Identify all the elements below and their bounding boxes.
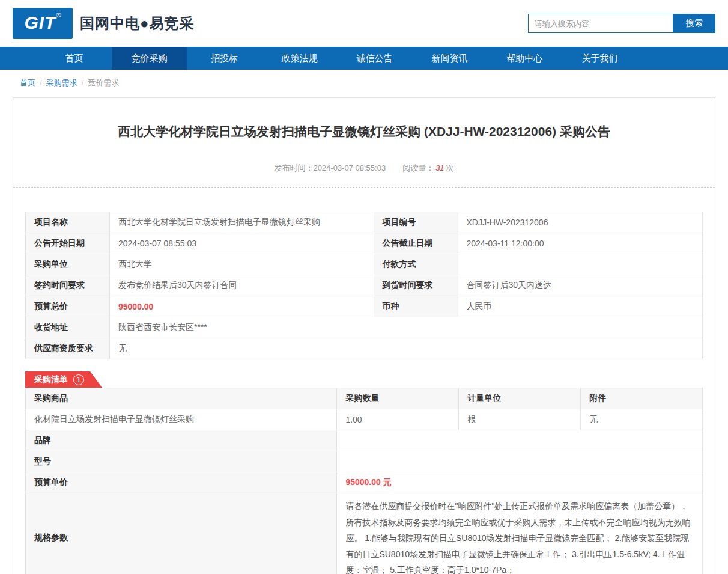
col-header-attachment: 附件	[581, 388, 703, 409]
info-label: 项目编号	[374, 212, 458, 233]
nav-item-news[interactable]: 新闻资讯	[412, 47, 487, 70]
budget-unit-price: 95000.00 元	[337, 472, 703, 493]
info-value: 合同签订后30天内送达	[458, 275, 702, 296]
nav-item-about[interactable]: 关于我们	[562, 47, 637, 70]
notice-meta: 发布时间：2024-03-07 08:55:03阅读量：31次	[25, 163, 703, 174]
detail-value	[337, 430, 703, 451]
info-value: 发布竞价结果后30天内签订合同	[110, 275, 374, 296]
table-row: 型号	[26, 451, 703, 472]
col-header-unit: 计量单位	[459, 388, 581, 409]
nav-item-bidding-purchase[interactable]: 竞价采购	[112, 47, 187, 70]
search-bar: 搜索	[528, 14, 715, 33]
info-label: 收货地址	[26, 317, 110, 338]
notice-card: 西北大学化材学院日立场发射扫描电子显微镜灯丝采购 (XDJJ-HW-202312…	[13, 97, 715, 574]
site-logo[interactable]: GIT ®	[13, 8, 73, 39]
views-label: 阅读量：	[402, 163, 434, 173]
detail-label: 品牌	[26, 430, 337, 451]
info-label: 币种	[374, 296, 458, 317]
info-value: 2024-03-07 08:55:03	[110, 233, 374, 254]
detail-label: 预算单价	[26, 472, 337, 493]
info-label: 采购单位	[26, 254, 110, 275]
table-row: 品牌	[26, 430, 703, 451]
brand-title: 国网中电●易竞采	[80, 14, 195, 33]
purchase-list-tab[interactable]: 采购清单 1	[25, 371, 102, 388]
top-header: GIT ® 国网中电●易竞采 搜索	[0, 0, 728, 47]
table-row: 供应商资质要求 无	[26, 338, 703, 359]
product-name: 化材院日立场发射扫描电子显微镜灯丝采购	[26, 409, 337, 430]
views-unit: 次	[446, 163, 454, 173]
info-value: 西北大学化材学院日立场发射扫描电子显微镜灯丝采购	[110, 212, 374, 233]
info-label: 项目名称	[26, 212, 110, 233]
info-label: 公告开始日期	[26, 233, 110, 254]
table-row: 项目名称 西北大学化材学院日立场发射扫描电子显微镜灯丝采购 项目编号 XDJJ-…	[26, 212, 703, 233]
info-value: 陕西省西安市长安区****	[110, 317, 703, 338]
dashed-divider	[13, 187, 715, 188]
product-unit: 根	[459, 409, 581, 430]
table-row: 公告开始日期 2024-03-07 08:55:03 公告截止日期 2024-0…	[26, 233, 703, 254]
main-nav: 首页 竞价采购 招投标 政策法规 诚信公告 新闻资讯 帮助中心 关于我们	[0, 47, 728, 70]
detail-value	[337, 451, 703, 472]
table-row: 规格参数 请各潜在供应商提交报价时在"响应附件"处上传正式报价单及需求响应偏离表…	[26, 493, 703, 574]
table-header-row: 采购商品 采购数量 计量单位 附件	[26, 388, 703, 409]
search-button[interactable]: 搜索	[673, 14, 715, 33]
info-value: XDJJ-HW-202312006	[458, 212, 702, 233]
budget-total-value: 95000.00	[110, 296, 374, 317]
registered-mark-icon: ®	[56, 11, 61, 19]
breadcrumb: 首页/采购需求/竞价需求	[0, 70, 728, 96]
detail-label: 型号	[26, 451, 337, 472]
breadcrumb-current: 竞价需求	[88, 78, 119, 87]
breadcrumb-purchase-demand[interactable]: 采购需求	[46, 78, 77, 87]
breadcrumb-separator: /	[40, 78, 42, 87]
info-label: 付款方式	[374, 254, 458, 275]
publish-time: 2024-03-07 08:55:03	[313, 163, 386, 173]
purchase-list-table: 采购商品 采购数量 计量单位 附件 化材院日立场发射扫描电子显微镜灯丝采购 1.…	[25, 388, 703, 574]
product-attachment: 无	[581, 409, 703, 430]
col-header-quantity: 采购数量	[337, 388, 459, 409]
breadcrumb-separator: /	[82, 78, 84, 87]
info-value: 西北大学	[110, 254, 374, 275]
table-row: 预算单价 95000.00 元	[26, 472, 703, 493]
info-value: 无	[110, 338, 703, 359]
info-label: 签约时间要求	[26, 275, 110, 296]
project-info-table: 项目名称 西北大学化材学院日立场发射扫描电子显微镜灯丝采购 项目编号 XDJJ-…	[25, 212, 703, 359]
breadcrumb-home[interactable]: 首页	[20, 78, 35, 87]
info-label: 供应商资质要求	[26, 338, 110, 359]
nav-item-tender[interactable]: 招投标	[187, 47, 262, 70]
nav-item-integrity[interactable]: 诚信公告	[337, 47, 412, 70]
purchase-list-tab-label: 采购清单	[34, 374, 68, 385]
table-row: 化材院日立场发射扫描电子显微镜灯丝采购 1.00 根 无	[26, 409, 703, 430]
info-value: 人民币	[458, 296, 702, 317]
table-row: 采购单位 西北大学 付款方式	[26, 254, 703, 275]
table-row: 预算总价 95000.00 币种 人民币	[26, 296, 703, 317]
info-value: 2024-03-11 12:00:00	[458, 233, 702, 254]
table-row: 签约时间要求 发布竞价结果后30天内签订合同 到货时间要求 合同签订后30天内送…	[26, 275, 703, 296]
search-input[interactable]	[528, 14, 673, 33]
detail-label: 规格参数	[26, 493, 337, 574]
item-count-badge: 1	[73, 374, 84, 385]
publish-time-label: 发布时间：	[274, 163, 313, 173]
col-header-product: 采购商品	[26, 388, 337, 409]
nav-item-policy[interactable]: 政策法规	[262, 47, 337, 70]
info-label: 预算总价	[26, 296, 110, 317]
page-title: 西北大学化材学院日立场发射扫描电子显微镜灯丝采购 (XDJJ-HW-202312…	[25, 98, 703, 140]
table-row: 收货地址 陕西省西安市长安区****	[26, 317, 703, 338]
views-count: 31	[435, 163, 444, 173]
nav-item-home[interactable]: 首页	[37, 47, 112, 70]
nav-item-help[interactable]: 帮助中心	[487, 47, 562, 70]
info-label: 到货时间要求	[374, 275, 458, 296]
info-value	[458, 254, 702, 275]
info-label: 公告截止日期	[374, 233, 458, 254]
spec-parameters: 请各潜在供应商提交报价时在"响应附件"处上传正式报价单及需求响应偏离表（加盖公章…	[337, 493, 703, 574]
product-quantity: 1.00	[337, 409, 459, 430]
logo-text: GIT	[24, 8, 56, 38]
